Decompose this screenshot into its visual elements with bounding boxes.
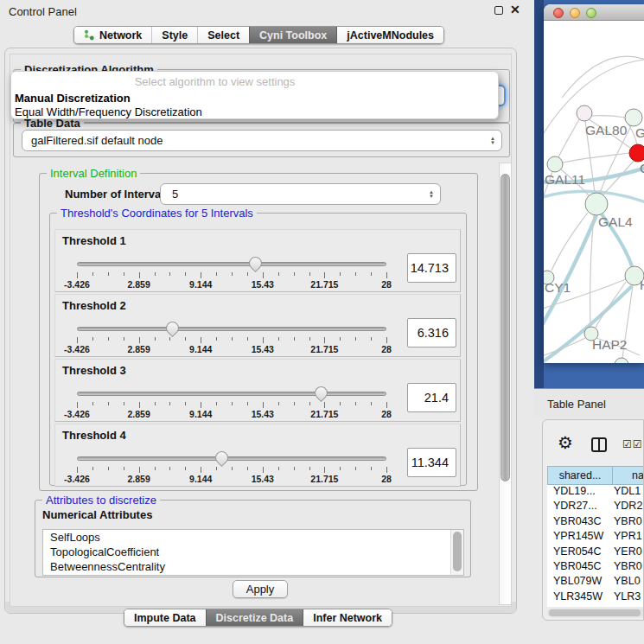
list-item[interactable]: SelfLoops bbox=[43, 530, 463, 545]
cell: YDR2 bbox=[614, 500, 644, 514]
table-row[interactable]: YER054CYER0 bbox=[547, 545, 644, 560]
table-panel: ⚙ ☑☑ shared... na YDL19...YDL1 YDR27...Y… bbox=[542, 419, 644, 621]
threshold-slider[interactable]: -3.4262.8599.14415.4321.71528 bbox=[77, 450, 386, 483]
gear-icon[interactable]: ⚙ bbox=[558, 434, 573, 451]
slider-tick bbox=[185, 337, 186, 341]
slider-tick bbox=[340, 272, 341, 276]
network-icon bbox=[84, 29, 95, 41]
tab-cyni-toolbox[interactable]: Cyni Toolbox bbox=[249, 27, 336, 43]
tab-label: Style bbox=[162, 29, 188, 41]
list-scrollbar-thumb[interactable] bbox=[453, 532, 462, 571]
table-row[interactable]: YBR043CYBR0 bbox=[547, 515, 644, 530]
top-tab-bar: Network Style Select Cyni Toolbox jActiv… bbox=[73, 26, 444, 44]
table-hscrollbar[interactable] bbox=[547, 609, 644, 617]
network-node[interactable] bbox=[585, 193, 608, 215]
slider-tick bbox=[155, 467, 156, 470]
threshold-value-field[interactable] bbox=[407, 383, 456, 412]
node-label: GAL4 bbox=[598, 214, 633, 229]
network-canvas[interactable]: GAL80GACGAL11GAL4GCY1HHAP2 bbox=[544, 22, 644, 363]
slider-tick bbox=[92, 272, 93, 276]
tab-jactivemnodules[interactable]: jActiveMNodules bbox=[336, 27, 443, 43]
panel-title: Control Panel bbox=[9, 5, 77, 18]
slider-thumb[interactable] bbox=[312, 384, 330, 402]
node-label: H bbox=[640, 277, 644, 292]
tab-label: Infer Network bbox=[313, 612, 382, 624]
list-scrollbar[interactable] bbox=[450, 530, 463, 575]
network-node[interactable] bbox=[547, 156, 563, 172]
checkbox-icons[interactable]: ☑☑ bbox=[622, 438, 643, 450]
network-node[interactable] bbox=[615, 358, 628, 363]
threshold-slider[interactable]: -3.4262.8599.14415.4321.71528 bbox=[77, 321, 386, 354]
slider-tick-label: 28 bbox=[381, 474, 392, 484]
slider-tick bbox=[201, 402, 201, 408]
dropdown-option-manual[interactable]: Manual Discretization bbox=[15, 92, 131, 105]
tab-label: Impute Data bbox=[134, 612, 196, 624]
num-intervals-combobox[interactable]: 5 ▲▼ bbox=[160, 183, 441, 205]
threshold-value-field[interactable] bbox=[407, 318, 456, 348]
network-node[interactable] bbox=[577, 105, 592, 121]
table-row[interactable]: YBR045CYBR0 bbox=[547, 560, 644, 575]
desktop-edge bbox=[534, 0, 544, 388]
slider-tick bbox=[340, 467, 341, 470]
slider-track[interactable] bbox=[77, 392, 386, 396]
table-row[interactable]: YPR145WYPR1 bbox=[547, 530, 644, 545]
slider-tick-label: 28 bbox=[381, 344, 392, 354]
table-row[interactable]: YDR27...YDR2 bbox=[547, 500, 644, 514]
table-hscrollbar-thumb[interactable] bbox=[549, 609, 641, 616]
threshold-row-2: Threshold 2 -3.4262.8599.14415.4321.7152… bbox=[54, 294, 461, 357]
slider-tick bbox=[278, 337, 279, 341]
numerical-attributes-list[interactable]: SelfLoops TopologicalCoefficient Between… bbox=[42, 529, 464, 576]
network-node[interactable] bbox=[629, 144, 644, 162]
main-scrollbar[interactable] bbox=[499, 163, 512, 605]
split-columns-icon[interactable] bbox=[591, 437, 607, 452]
threshold-slider[interactable]: -3.4262.8599.14415.4321.71528 bbox=[77, 386, 386, 418]
slider-thumb[interactable] bbox=[163, 319, 182, 337]
slider-tick bbox=[232, 467, 233, 470]
table-row[interactable]: YIL052CYIL0 bbox=[547, 605, 644, 607]
table-row[interactable]: YDL19...YDL1 bbox=[547, 485, 644, 500]
slider-tick-label: -3.426 bbox=[64, 474, 90, 484]
tab-select[interactable]: Select bbox=[197, 27, 249, 43]
slider-thumb[interactable] bbox=[213, 449, 231, 467]
network-view-window[interactable]: GAL80GACGAL11GAL4GCY1HHAP2 bbox=[544, 4, 644, 363]
tab-network[interactable]: Network bbox=[74, 27, 151, 43]
threshold-value-field[interactable] bbox=[407, 253, 456, 283]
close-icon[interactable]: ✕ bbox=[510, 3, 520, 16]
slider-tick-label: 21.715 bbox=[310, 279, 338, 290]
tab-style[interactable]: Style bbox=[151, 27, 197, 43]
slider-tick-label: 15.43 bbox=[252, 344, 274, 354]
slider-tick bbox=[139, 272, 140, 278]
slider-thumb[interactable] bbox=[246, 254, 265, 272]
slider-tick bbox=[155, 402, 156, 405]
slider-tick bbox=[340, 337, 341, 341]
close-traffic-light[interactable] bbox=[553, 8, 564, 18]
table-body[interactable]: YDL19...YDL1 YDR27...YDR2 YBR043CYBR0 YP… bbox=[547, 485, 644, 607]
main-scrollbar-thumb[interactable] bbox=[501, 174, 510, 481]
slider-tick bbox=[371, 337, 372, 341]
table-row[interactable]: YLR345WYLR3 bbox=[547, 590, 644, 605]
slider-tick bbox=[77, 272, 78, 278]
column-header-name[interactable]: na bbox=[613, 466, 644, 485]
table-row[interactable]: YBL079WYBL0 bbox=[547, 575, 644, 590]
network-node[interactable] bbox=[625, 109, 642, 126]
threshold-value-field[interactable] bbox=[407, 448, 456, 477]
slider-track[interactable] bbox=[77, 327, 386, 331]
threshold-slider[interactable]: -3.4262.8599.14415.4321.71528 bbox=[77, 256, 386, 289]
tab-discretize-data[interactable]: Discretize Data bbox=[206, 609, 303, 626]
column-header-shared[interactable]: shared... bbox=[547, 466, 613, 485]
zoom-traffic-light[interactable] bbox=[586, 8, 596, 18]
window-titlebar[interactable] bbox=[544, 4, 644, 21]
tab-impute-data[interactable]: Impute Data bbox=[124, 609, 206, 626]
table-data-combobox[interactable]: galFiltered.sif default node ▲▼ bbox=[22, 130, 502, 151]
float-window-icon[interactable] bbox=[494, 6, 503, 15]
slider-track[interactable] bbox=[77, 262, 386, 266]
list-item[interactable]: TopologicalCoefficient bbox=[43, 545, 463, 559]
dropdown-option-equal-width[interactable]: Equal Width/Frequency Discretization bbox=[15, 105, 202, 118]
apply-button[interactable]: Apply bbox=[233, 580, 288, 598]
slider-track[interactable] bbox=[77, 456, 386, 461]
slider-tick bbox=[169, 467, 170, 470]
minimize-traffic-light[interactable] bbox=[570, 8, 580, 18]
list-item[interactable]: BetweennessCentrality bbox=[43, 559, 463, 574]
slider-tick bbox=[324, 272, 325, 278]
tab-infer-network[interactable]: Infer Network bbox=[303, 609, 392, 626]
